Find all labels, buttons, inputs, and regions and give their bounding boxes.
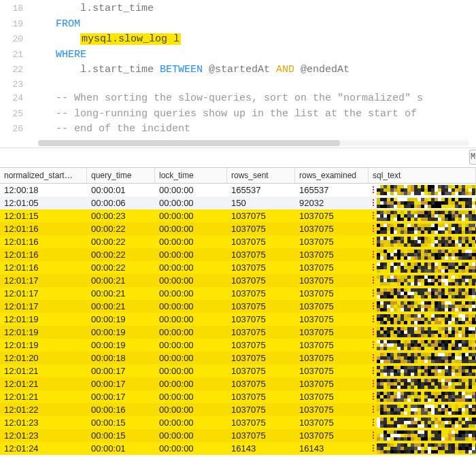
svg-rect-36 [397,188,401,192]
table-cell: 00:00:17 [87,378,155,390]
svg-rect-1074 [458,334,462,337]
code-text[interactable]: WHERE [31,48,86,63]
svg-rect-1876 [431,450,435,454]
table-row[interactable]: 12:01:1900:00:1900:00:0010370751037075 [0,339,476,352]
svg-rect-1677 [469,421,472,424]
svg-rect-1590 [377,411,380,415]
svg-rect-1111 [380,343,384,347]
code-text[interactable]: l.start_time [31,1,154,17]
code-line[interactable]: 24 -- When sorting the slow-queries, sor… [0,91,476,107]
more-button[interactable]: M [469,150,476,165]
svg-rect-526 [431,256,435,260]
svg-rect-938 [404,318,407,321]
svg-rect-76 [431,192,435,195]
table-row[interactable]: 12:01:2100:00:1700:00:0010370751037075 [0,390,476,403]
table-row[interactable]: 12:01:2000:00:1800:00:0010370751037075 [0,352,476,364]
svg-rect-805 [462,295,465,299]
table-row[interactable]: 12:01:2100:00:1700:00:0010370751037075 [0,377,476,390]
code-line[interactable]: 25 -- long-running queries show up in th… [0,107,476,122]
code-line[interactable]: 23 [0,78,476,92]
table-row[interactable]: 12:01:1500:00:2300:00:0010370751037075 [0,209,476,222]
svg-rect-793 [421,295,424,299]
svg-rect-1784 [424,437,428,441]
table-row[interactable]: 12:01:2200:00:1600:00:0010370751037075 [0,403,476,416]
svg-rect-220 [411,214,414,218]
table-cell: 1037075 [295,417,369,428]
svg-rect-455 [394,250,397,253]
table-row[interactable]: 12:01:2100:00:1700:00:0010370751037075 [0,364,476,377]
code-text[interactable]: l.start_time BETWEEN @startedAt AND @end… [31,63,350,78]
svg-rect-583 [421,266,424,269]
table-row[interactable]: 12:01:1600:00:2200:00:0010370751037075 [0,222,476,235]
code-text[interactable]: FROM [31,17,80,33]
table-row[interactable]: 12:01:2300:00:1500:00:0010370751037075 [0,429,476,442]
toolbar-gap: M [0,148,476,167]
table-row[interactable]: 12:01:2300:00:1500:00:0010370751037075 [0,416,476,429]
code-text[interactable]: -- end of the incident [31,122,190,137]
line-number: 25 [0,107,31,121]
svg-rect-508 [472,253,475,256]
svg-rect-1452 [418,392,421,395]
svg-rect-1721 [414,430,418,434]
table-row[interactable]: 12:01:2400:00:0100:00:001614316143 [0,442,476,455]
svg-rect-1811 [414,443,418,447]
svg-rect-1780 [411,437,414,441]
svg-rect-550 [411,262,414,266]
svg-rect-1086 [397,340,401,343]
table-row[interactable]: 12:01:1600:00:2200:00:0010370751037075 [0,261,476,274]
editor-horizontal-scrollbar[interactable] [38,140,469,146]
svg-rect-1525 [462,398,465,402]
svg-rect-1046 [465,330,469,334]
scrollbar-thumb[interactable] [38,140,340,146]
table-row[interactable]: 12:00:1800:00:0100:00:00165537165537 [0,184,476,197]
svg-rect-225 [428,214,431,218]
grid-body[interactable]: 12:00:1800:00:0100:00:0016553716553712:0… [0,184,476,455]
code-line[interactable]: 22 l.start_time BETWEEN @startedAt AND @… [0,63,476,78]
code-line[interactable]: 26 -- end of the incident [0,122,476,137]
svg-rect-1170 [377,353,380,356]
column-header[interactable]: rows_examined [295,168,369,183]
svg-rect-175 [462,205,465,208]
svg-rect-894 [458,308,462,311]
column-header[interactable]: sql_text [369,168,476,183]
table-row[interactable]: 12:01:1700:00:2100:00:0010370751037075 [0,300,476,313]
svg-rect-1790 [445,437,448,441]
svg-rect-1750 [411,434,414,437]
svg-rect-1368 [438,379,441,382]
code-text[interactable]: mysql.slow_log l [31,32,181,48]
svg-rect-1815 [428,443,431,447]
svg-rect-662 [384,279,387,282]
svg-rect-366 [397,237,401,240]
table-row[interactable]: 12:01:1900:00:1900:00:0010370751037075 [0,313,476,326]
svg-rect-1833 [387,447,390,450]
column-header[interactable]: lock_time [155,168,227,183]
table-row[interactable]: 12:01:1900:00:1900:00:0010370751037075 [0,326,476,339]
svg-rect-774 [458,292,462,295]
svg-rect-658 [472,275,475,279]
svg-rect-1178 [404,353,407,356]
code-line[interactable]: 21 WHERE [0,48,476,63]
svg-rect-1622 [384,418,387,421]
column-header[interactable]: rows_sent [227,168,295,183]
code-line[interactable]: 20 mysql.slow_log l [0,32,476,48]
sql-editor[interactable]: 18 l.start_time19 FROM20 mysql.slow_log … [0,0,476,148]
svg-rect-603 [387,269,390,273]
column-header[interactable]: normalized_start… [0,168,87,183]
svg-rect-1641 [448,418,452,421]
svg-rect-826 [431,301,435,305]
code-line[interactable]: 19 FROM [0,17,476,33]
svg-rect-1822 [452,443,455,447]
svg-rect-987 [469,321,472,324]
table-row[interactable]: 12:01:1700:00:2100:00:0010370751037075 [0,274,476,287]
table-row[interactable]: 12:01:1600:00:2200:00:0010370751037075 [0,248,476,261]
column-header[interactable]: query_time [87,168,155,183]
svg-rect-1808 [404,443,407,447]
code-text[interactable]: -- When sorting the slow-queries, sort o… [31,91,423,107]
table-row[interactable]: 12:01:0500:00:0600:00:0015092032 [0,197,476,209]
table-row[interactable]: 12:01:1600:00:2200:00:0010370751037075 [0,235,476,248]
pixelated-sql-text [377,392,476,402]
table-row[interactable]: 12:01:1700:00:2100:00:0010370751037075 [0,287,476,300]
svg-rect-821 [414,301,418,305]
code-text[interactable]: -- long-running queries show up in the l… [31,107,417,122]
code-line[interactable]: 18 l.start_time [0,1,476,17]
